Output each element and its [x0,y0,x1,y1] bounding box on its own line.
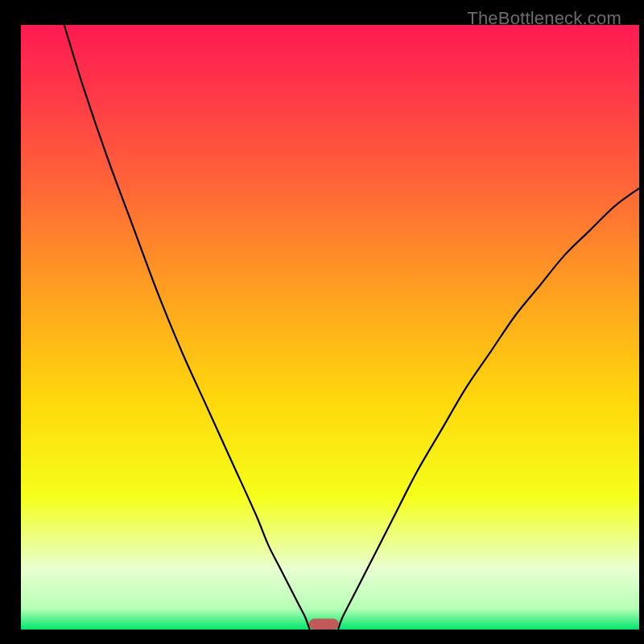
chart-frame: TheBottleneck.com [8,8,636,636]
chart-canvas [21,25,639,630]
watermark-text: TheBottleneck.com [467,8,621,29]
optimal-marker [309,618,339,630]
marker-group [309,618,339,630]
gradient-background [21,25,639,630]
plot-area [21,25,639,630]
